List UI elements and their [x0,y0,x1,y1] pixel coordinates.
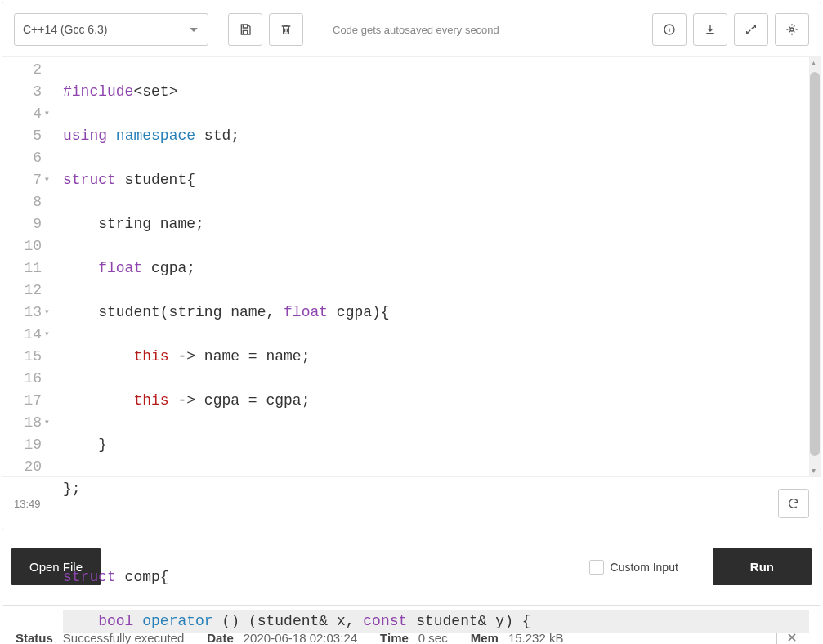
line-number: 16 [2,368,42,390]
code-line: this -> name = name; [63,346,809,368]
delete-button[interactable] [269,13,303,46]
save-icon [239,23,252,36]
code-line: float cgpa; [63,257,809,280]
expand-icon [745,23,758,36]
info-icon [663,23,676,36]
scroll-down-icon[interactable]: ▾ [812,467,818,474]
line-number: 19 [2,434,42,456]
status-label: Status [16,631,53,645]
cursor-position: 13:49 [14,498,41,510]
line-number: 10 [2,235,42,257]
download-button[interactable] [693,13,727,46]
line-number: 13 [2,302,42,324]
autosave-text: Code gets autosaved every second [333,24,499,36]
code-line-active: bool operator () (student& x, const stud… [63,610,809,633]
line-number: 20 [2,456,42,478]
scroll-up-icon[interactable]: ▴ [812,60,818,66]
code-line: this -> cgpa = cgpa; [63,390,809,412]
info-button[interactable] [652,13,687,46]
code-line [63,522,809,544]
line-number: 8 [2,191,42,213]
chevron-down-icon [190,28,198,32]
code-line: string name; [63,213,809,235]
line-number: 3 [2,81,42,103]
toolbar: C++14 (Gcc 6.3) Code gets autosaved ever… [2,2,821,56]
line-number: 6 [2,147,42,169]
line-number: 14 [2,324,42,346]
code-line: using namespace std; [63,125,809,147]
code-line: } [63,434,809,456]
fullscreen-button[interactable] [734,13,768,46]
line-number: 18 [2,412,42,434]
line-number: 4 [2,103,42,125]
download-icon [704,23,717,36]
line-number: 17 [2,390,42,412]
line-number: 12 [2,280,42,302]
line-number: 7 [2,169,42,191]
code-area[interactable]: #include<set> using namespace std; struc… [51,57,809,476]
language-label: C++14 (Gcc 6.3) [23,23,108,36]
save-button[interactable] [228,13,262,46]
code-line: student(string name, float cgpa){ [63,302,809,324]
trash-icon [280,23,293,36]
code-line: struct comp{ [63,566,809,588]
gutter: 2 3 4 5 6 7 8 9 10 11 12 13 14 15 16 17 … [2,57,51,476]
svg-point-1 [790,28,794,31]
settings-button[interactable] [775,13,809,46]
scrollbar-vertical[interactable]: ▴ ▾ [809,57,821,476]
code-line: #include<set> [63,81,809,103]
line-number: 15 [2,346,42,368]
editor-panel: C++14 (Gcc 6.3) Code gets autosaved ever… [2,2,821,530]
line-number: 5 [2,125,42,147]
code-line: }; [63,478,809,500]
line-number: 11 [2,257,42,280]
line-number: 9 [2,213,42,235]
code-editor[interactable]: 2 3 4 5 6 7 8 9 10 11 12 13 14 15 16 17 … [2,56,821,476]
line-number: 2 [2,59,42,81]
language-select[interactable]: C++14 (Gcc 6.3) [14,13,208,46]
gear-icon [785,23,798,36]
scrollbar-thumb[interactable] [810,72,820,456]
code-line: struct student{ [63,169,809,191]
